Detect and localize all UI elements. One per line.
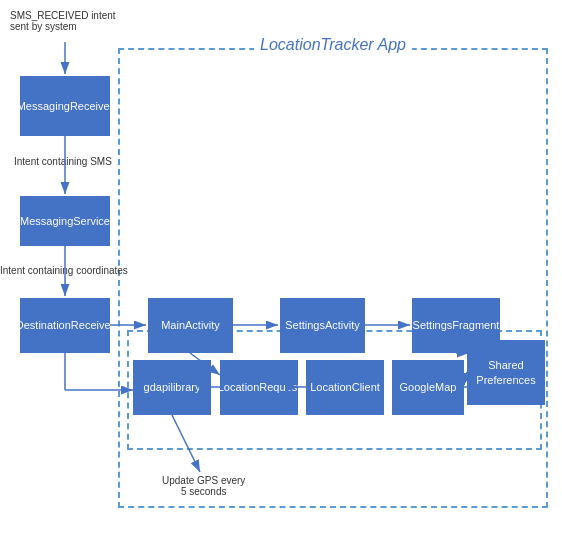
intent-sms-label: Intent containing SMS — [14, 156, 112, 167]
intent-coords-label: Intent containing coordinates — [0, 265, 128, 276]
destination-receiver-box: DestinationReceiver — [20, 298, 110, 353]
gdapi-library-box: gdapilibrary — [133, 360, 211, 415]
main-activity-box: MainActivity — [148, 298, 233, 353]
app-title: LocationTracker App — [254, 36, 412, 54]
diagram-container: LocationTracker App Map MessagingReceive… — [0, 0, 562, 544]
messaging-service-box: MessagingService — [20, 196, 110, 246]
settings-activity-box: SettingsActivity — [280, 298, 365, 353]
update-gps-label: Update GPS every5 seconds — [162, 475, 245, 497]
google-map-box: GoogleMap — [392, 360, 464, 415]
location-client-box: LocationClient — [306, 360, 384, 415]
sms-intent-label: SMS_RECEIVED intentsent by system — [10, 10, 116, 32]
messaging-receiver-box: MessagingReceiver — [20, 76, 110, 136]
location-request-box: LocationRequest — [220, 360, 298, 415]
shared-preferences-box: Shared Preferences — [467, 340, 545, 405]
